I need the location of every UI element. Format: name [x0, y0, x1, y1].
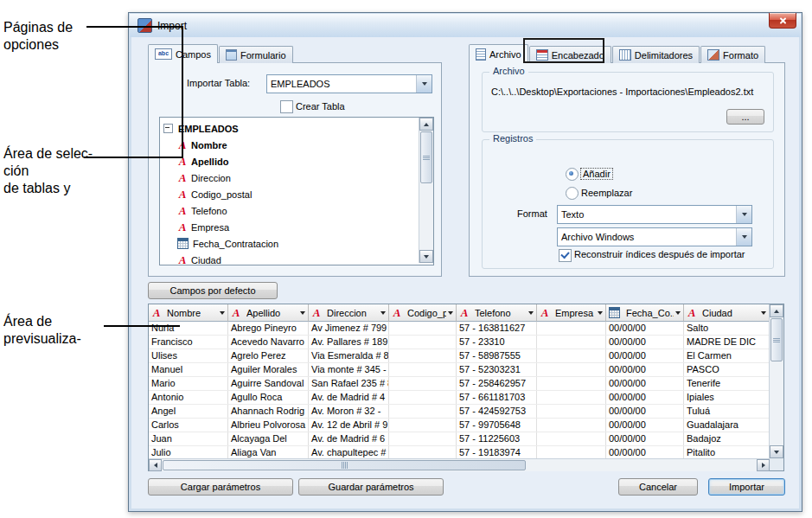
table-row[interactable]: AngelAhannach RodrigAv. Moron # 32 -57 -…	[149, 405, 770, 419]
close-button[interactable]	[769, 13, 796, 29]
table-cell: Av. Pallares # 189	[309, 336, 389, 349]
replace-radio-label[interactable]: Reemplazar	[581, 188, 632, 198]
table-cell	[537, 363, 606, 376]
table-cell	[389, 405, 457, 418]
column-header-codigo_p[interactable]: ACodigo_p...	[389, 304, 457, 322]
create-table-checkbox[interactable]	[280, 100, 293, 113]
tree-scrollbar[interactable]	[419, 118, 433, 263]
tree-item-ciudad[interactable]: ACiudad	[177, 252, 221, 265]
table-cell	[537, 446, 606, 458]
add-radio-label[interactable]: Añadir	[581, 169, 612, 179]
table-row[interactable]: MarioAguirre SandovalSan Rafael 235 # 85…	[149, 377, 770, 391]
annotation-preview: Área de previsualiza-	[3, 313, 81, 348]
replace-radio[interactable]	[566, 187, 579, 200]
field-a-icon: A	[177, 206, 188, 216]
callout-line-selection	[84, 157, 183, 158]
table-cell: 57 - 99705648	[457, 419, 537, 432]
collapse-icon[interactable]	[163, 124, 173, 133]
table-row[interactable]: ManuelAguiler MoralesVia monte # 345 -57…	[149, 363, 770, 377]
scroll-right-button[interactable]	[757, 459, 770, 471]
column-dropdown-icon[interactable]	[598, 311, 603, 315]
table-cell: PASCO	[684, 363, 770, 376]
table-cell: Via Esmeralda # 8	[309, 349, 389, 362]
add-radio[interactable]	[566, 168, 579, 181]
scroll-left-button[interactable]	[149, 459, 162, 471]
tree-item-codigo_postal[interactable]: ACodigo_postal	[177, 186, 252, 202]
tab-delimitadores[interactable]: Delimitadores	[612, 46, 700, 63]
tab-archivo[interactable]: Archivo	[469, 44, 528, 63]
campos-tab-pane: Importar Tabla: EMPLEADOS Crear Tabla EM…	[148, 62, 442, 277]
scroll-down-button[interactable]	[419, 250, 433, 263]
default-fields-button[interactable]: Campos por defecto	[148, 282, 278, 299]
table-row[interactable]: FranciscoAcevedo NavarroAv. Pallares # 1…	[149, 336, 770, 349]
save-parameters-button[interactable]: Guardar parámetros	[298, 478, 444, 496]
column-dropdown-icon[interactable]	[300, 311, 305, 315]
table-row[interactable]: CarlosAlbrieu PolvorosaAv. 12 de Abril #…	[149, 419, 770, 432]
table-cell: 57 - 163811627	[457, 322, 537, 335]
tab-formato[interactable]: Formato	[700, 46, 765, 63]
combo-arrow-button[interactable]	[736, 206, 751, 223]
import-table-combobox[interactable]: EMPLEADOS	[266, 74, 432, 93]
browse-button[interactable]: ...	[726, 109, 764, 125]
scrollbar-thumb[interactable]	[163, 460, 526, 470]
table-cell: Aliaga Van	[228, 446, 309, 458]
table-cell: Abrego Pineyro	[228, 322, 309, 335]
column-dropdown-icon[interactable]	[380, 311, 386, 315]
grid-horizontal-scrollbar[interactable]	[149, 458, 770, 471]
column-header-direccion[interactable]: ADireccion	[309, 304, 389, 322]
table-fields-tree[interactable]: EMPLEADOS ANombreAApellidoADireccionACod…	[159, 117, 434, 265]
table-row[interactable]: JuanAlcayaga DelAv. de Madrid # 657 - 11…	[149, 432, 770, 446]
encoding-combobox[interactable]: Archivo Windows	[557, 227, 752, 246]
column-dropdown-icon[interactable]	[675, 311, 681, 315]
column-header-nombre[interactable]: ANombre	[149, 304, 228, 322]
table-cell	[389, 432, 457, 445]
column-dropdown-icon[interactable]	[220, 311, 225, 315]
table-row[interactable]: NuriaAbrego PineyroAv Jimenez # 79957 - …	[149, 322, 770, 336]
table-cell: Angel	[149, 405, 228, 418]
chevron-down-icon	[422, 82, 427, 86]
field-a-icon: A	[177, 255, 188, 265]
tree-root-employees[interactable]: EMPLEADOS	[160, 120, 239, 137]
preview-grid: ANombreAApellidoADireccionACodigo_p...AT…	[148, 304, 784, 471]
column-label: Apellido	[246, 308, 298, 318]
rebuild-indexes-checkbox[interactable]	[559, 249, 572, 262]
tree-item-fecha_contratacion[interactable]: Fecha_Contratacion	[177, 235, 278, 252]
column-header-apellido[interactable]: AApellido	[228, 304, 309, 322]
arrow-right-icon	[762, 463, 765, 468]
tree-item-nombre[interactable]: ANombre	[177, 137, 227, 153]
scrollbar-thumb[interactable]	[770, 318, 783, 361]
table-row[interactable]: JulioAliaga VanAv. chapultepec #57 - 191…	[149, 446, 770, 458]
import-dialog: Import abcCamposFormulario ArchivoEncabe…	[128, 12, 802, 512]
calendar-icon	[177, 238, 189, 249]
format-combobox[interactable]: Texto	[557, 205, 752, 224]
tree-item-apellido[interactable]: AApellido	[177, 153, 228, 169]
column-header-telefono[interactable]: ATelefono	[457, 304, 537, 322]
tree-item-telefono[interactable]: ATelefono	[177, 202, 227, 219]
grid-vertical-scrollbar[interactable]	[769, 304, 783, 458]
table-row[interactable]: AntonioAgullo RocaAv. de Madrid # 457 - …	[149, 391, 770, 405]
column-dropdown-icon[interactable]	[528, 311, 534, 315]
column-dropdown-icon[interactable]	[761, 311, 766, 315]
combo-arrow-button[interactable]	[416, 75, 432, 93]
import-button[interactable]: Importar	[708, 478, 785, 496]
cancel-button[interactable]: Cancelar	[618, 478, 698, 496]
load-parameters-button[interactable]: Cargar parámetros	[148, 478, 293, 496]
table-cell: 57 - 19183974	[457, 446, 537, 458]
scroll-down-button[interactable]	[770, 445, 783, 458]
column-header-empresa[interactable]: AEmpresa	[537, 304, 606, 322]
column-header-fecha_co[interactable]: Fecha_Co...	[606, 304, 684, 322]
tree-item-empresa[interactable]: AEmpresa	[177, 219, 229, 235]
tree-item-label: Apellido	[191, 157, 228, 167]
column-label: Codigo_p...	[407, 308, 446, 318]
scrollbar-thumb[interactable]	[420, 131, 432, 183]
column-dropdown-icon[interactable]	[448, 311, 453, 315]
title-bar[interactable]: Import	[130, 14, 801, 37]
scroll-up-button[interactable]	[419, 118, 433, 131]
tab-formulario[interactable]: Formulario	[219, 46, 293, 63]
grid-body: NuriaAbrego PineyroAv Jimenez # 79957 - …	[149, 322, 770, 458]
table-row[interactable]: UlisesAgrelo PerezVia Esmeralda # 857 - …	[149, 349, 770, 363]
tree-item-direccion[interactable]: ADireccion	[177, 169, 231, 186]
column-header-ciudad[interactable]: ACiudad	[684, 304, 770, 322]
combo-arrow-button[interactable]	[736, 228, 751, 246]
scroll-up-button[interactable]	[770, 304, 783, 317]
